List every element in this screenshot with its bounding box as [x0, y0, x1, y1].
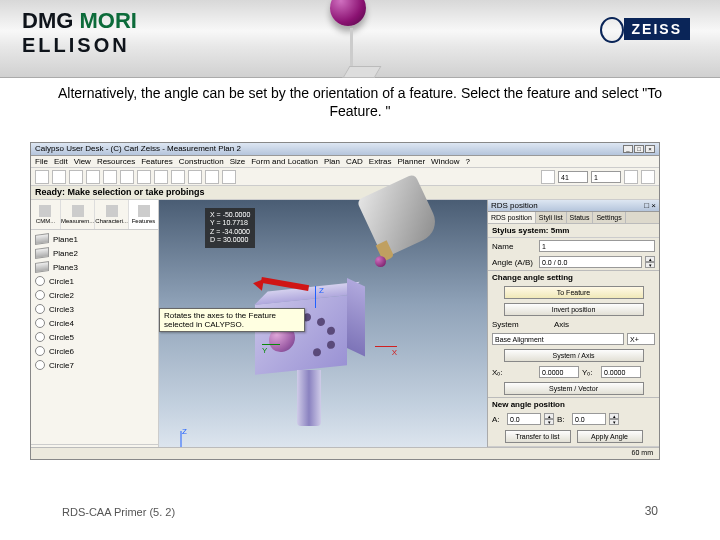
- menu-item: Resources: [97, 157, 135, 166]
- circle-icon: [35, 332, 45, 342]
- b-field[interactable]: 0.0: [572, 413, 606, 425]
- invert-position-button[interactable]: Invert position: [504, 303, 644, 316]
- feature-list: Plane1 Plane2 Plane3 Circle1 Circle2 Cir…: [31, 230, 158, 444]
- sidebar-tab-features[interactable]: Features: [129, 200, 158, 229]
- feature-item[interactable]: Circle6: [31, 344, 158, 358]
- toolbar-button[interactable]: [205, 170, 219, 184]
- slide-caption: Alternatively, the angle can be set by t…: [40, 84, 680, 120]
- circle-icon: [35, 360, 45, 370]
- to-feature-tooltip: Rotates the axes to the Feature selected…: [159, 308, 305, 332]
- plane-icon: [35, 233, 49, 245]
- window-title: Calypso User Desk - (C) Carl Zeiss - Mea…: [35, 144, 241, 154]
- stylus-system-label: Stylus system: 5mm: [488, 224, 659, 238]
- feature-item[interactable]: Plane3: [31, 260, 158, 274]
- circle-icon: [35, 290, 45, 300]
- circle-icon: [35, 304, 45, 314]
- x0-field[interactable]: 0.0000: [539, 366, 579, 378]
- feature-item[interactable]: Plane1: [31, 232, 158, 246]
- rds-panel: RDS position□ × RDS position Styli list …: [487, 200, 659, 460]
- system-axis-button[interactable]: System / Axis: [504, 349, 644, 362]
- close-icon: ×: [645, 145, 655, 153]
- axis-field[interactable]: X+: [627, 333, 655, 345]
- probe-graphic: [331, 200, 431, 270]
- tab-status[interactable]: Status: [567, 212, 594, 223]
- sidebar-tab-cmm[interactable]: CMM...: [31, 200, 61, 229]
- scale-field[interactable]: 1: [591, 171, 621, 183]
- menu-item: Edit: [54, 157, 68, 166]
- angle-stepper[interactable]: ▴▾: [645, 256, 655, 268]
- footer-doc-title: RDS-CAA Primer (5. 2): [62, 506, 175, 518]
- toolbar-button[interactable]: [35, 170, 49, 184]
- b-stepper[interactable]: ▴▾: [609, 413, 619, 425]
- window-controls[interactable]: _□×: [622, 144, 655, 154]
- callout-arrow: [253, 278, 309, 290]
- to-feature-button[interactable]: To Feature: [504, 286, 644, 299]
- system-field[interactable]: Base Alignment: [492, 333, 624, 345]
- menu-item: Extras: [369, 157, 392, 166]
- menu-item: View: [74, 157, 91, 166]
- probe-sphere-graphic: [330, 0, 366, 26]
- a-field[interactable]: 0.0: [507, 413, 541, 425]
- zoom-field[interactable]: 41: [558, 171, 588, 183]
- feature-item[interactable]: Circle4: [31, 316, 158, 330]
- menu-item: CAD: [346, 157, 363, 166]
- toolbar-button[interactable]: [171, 170, 185, 184]
- 3d-viewport[interactable]: X = -50.0000Y = 10.7718Z = -34.0000D = 3…: [159, 200, 487, 460]
- sidebar: CMM... Measurem... Characteri... Feature…: [31, 200, 159, 460]
- transfer-button[interactable]: Transfer to list: [505, 430, 571, 443]
- circle-icon: [35, 318, 45, 328]
- feature-item[interactable]: Circle5: [31, 330, 158, 344]
- y0-field[interactable]: 0.0000: [601, 366, 641, 378]
- sidebar-tab-characteristics[interactable]: Characteri...: [95, 200, 129, 229]
- menu-item: Features: [141, 157, 173, 166]
- tab-styli-list[interactable]: Styli list: [536, 212, 567, 223]
- feature-item[interactable]: Circle3: [31, 302, 158, 316]
- toolbar-button[interactable]: [103, 170, 117, 184]
- panel-close-icon[interactable]: □ ×: [644, 201, 656, 210]
- toolbar-button[interactable]: [222, 170, 236, 184]
- name-label: Name: [492, 242, 536, 251]
- feature-item[interactable]: Circle2: [31, 288, 158, 302]
- circle-icon: [35, 276, 45, 286]
- coord-readout: X = -50.0000Y = 10.7718Z = -34.0000D = 3…: [205, 208, 255, 248]
- brand-logo: DMG MORI ELLISON: [22, 8, 137, 57]
- feature-item[interactable]: Circle1: [31, 274, 158, 288]
- system-label: System: [492, 320, 536, 329]
- probe-stem-graphic: [350, 28, 353, 68]
- toolbar-button[interactable]: [137, 170, 151, 184]
- toolbar-button[interactable]: [624, 170, 638, 184]
- toolbar-button[interactable]: [154, 170, 168, 184]
- system-vector-button[interactable]: System / Vector: [504, 382, 644, 395]
- menubar[interactable]: FileEditViewResourcesFeaturesConstructio…: [31, 156, 659, 168]
- toolbar-button[interactable]: [120, 170, 134, 184]
- feature-item[interactable]: Circle7: [31, 358, 158, 372]
- axis-y-label: Y: [262, 344, 280, 355]
- tab-settings[interactable]: Settings: [593, 212, 625, 223]
- name-field[interactable]: 1: [539, 240, 655, 252]
- menu-item: ?: [466, 157, 470, 166]
- apply-angle-button[interactable]: Apply Angle: [577, 430, 643, 443]
- a-stepper[interactable]: ▴▾: [544, 413, 554, 425]
- angle-label: Angle (A/B): [492, 258, 536, 267]
- menu-item: Size: [230, 157, 246, 166]
- plane-icon: [35, 247, 49, 259]
- a-label: A:: [492, 415, 504, 424]
- menu-item: Construction: [179, 157, 224, 166]
- x0-label: X₀:: [492, 368, 536, 377]
- menu-item: Planner: [397, 157, 425, 166]
- toolbar-button[interactable]: [69, 170, 83, 184]
- angle-field[interactable]: 0.0 / 0.0: [539, 256, 642, 268]
- toolbar[interactable]: 411: [31, 168, 659, 186]
- toolbar-button[interactable]: [86, 170, 100, 184]
- toolbar-button[interactable]: [541, 170, 555, 184]
- toolbar-button[interactable]: [641, 170, 655, 184]
- panel-title: RDS position: [491, 201, 538, 210]
- toolbar-button[interactable]: [52, 170, 66, 184]
- menu-item: Window: [431, 157, 459, 166]
- y0-label: Y₀:: [582, 368, 598, 377]
- feature-item[interactable]: Plane2: [31, 246, 158, 260]
- tab-rds-position[interactable]: RDS position: [488, 212, 536, 223]
- circle-icon: [35, 346, 45, 356]
- sidebar-tab-measurement[interactable]: Measurem...: [61, 200, 95, 229]
- toolbar-button[interactable]: [188, 170, 202, 184]
